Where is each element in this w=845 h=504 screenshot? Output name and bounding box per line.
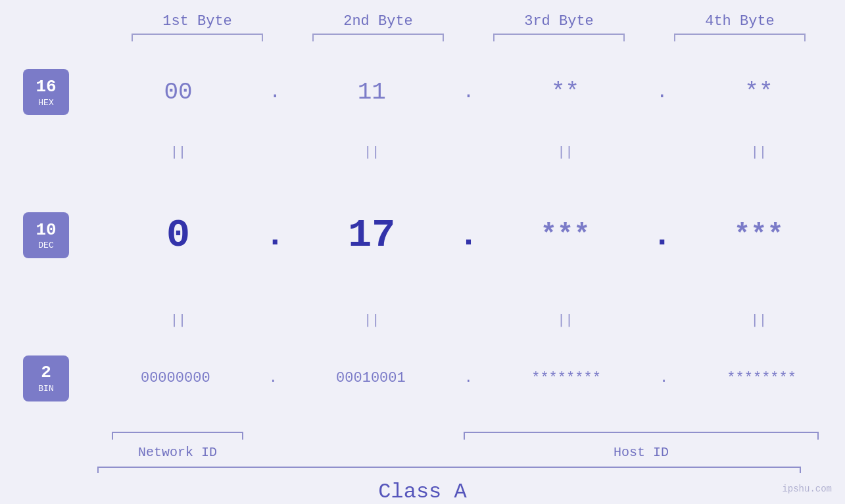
byte-label-1: 1st Byte bbox=[125, 13, 270, 30]
bin-sep-3: . bbox=[651, 370, 677, 386]
equals-2-1: || bbox=[116, 311, 241, 327]
host-id-label: Host ID bbox=[614, 445, 669, 460]
equals-2-3: || bbox=[503, 311, 628, 327]
bin-value-3: ******** bbox=[497, 370, 635, 386]
bracket-3 bbox=[493, 34, 625, 41]
dec-badge: 10 DEC bbox=[23, 212, 69, 258]
hex-row: 16 HEX 00 . 11 . ** . ** bbox=[0, 41, 845, 143]
bin-sep-1: . bbox=[260, 370, 286, 386]
dec-row: 10 DEC 0 . 17 . *** . *** bbox=[0, 159, 845, 311]
hex-badge-number: 16 bbox=[36, 77, 56, 97]
bin-sep-2: . bbox=[455, 370, 481, 386]
network-id-label: Network ID bbox=[138, 445, 217, 460]
bin-badge-label: BIN bbox=[38, 384, 53, 394]
dec-value-3: *** bbox=[503, 219, 628, 251]
dec-badge-number: 10 bbox=[36, 220, 56, 241]
class-section: Class A bbox=[0, 467, 845, 504]
hex-badge: 16 HEX bbox=[23, 69, 69, 115]
hex-sep-3: . bbox=[649, 81, 675, 103]
hex-value-4: ** bbox=[696, 79, 821, 106]
dec-sep-2: . bbox=[455, 217, 481, 254]
equals-1-4: || bbox=[696, 143, 821, 159]
network-id-section: Network ID bbox=[102, 432, 253, 460]
bracket-2 bbox=[312, 34, 444, 41]
dec-value-1: 0 bbox=[116, 213, 241, 258]
id-labels-section: Network ID Host ID bbox=[0, 432, 845, 460]
bin-badge-number: 2 bbox=[41, 363, 51, 383]
main-container: 1st Byte 2nd Byte 3rd Byte 4th Byte 16 H… bbox=[0, 0, 845, 504]
byte-labels-row: 1st Byte 2nd Byte 3rd Byte 4th Byte bbox=[107, 13, 831, 30]
equals-1-3: || bbox=[503, 143, 628, 159]
equals-1-2: || bbox=[309, 143, 434, 159]
byte-brackets-row bbox=[107, 34, 831, 41]
watermark: ipshu.com bbox=[782, 484, 832, 494]
dec-badge-label: DEC bbox=[38, 241, 53, 250]
bin-value-1: 00000000 bbox=[107, 370, 245, 386]
host-id-bracket bbox=[464, 432, 819, 440]
equals-1-1: || bbox=[116, 143, 241, 159]
network-id-bracket bbox=[112, 432, 243, 440]
dec-sep-3: . bbox=[649, 217, 675, 254]
byte-label-3: 3rd Byte bbox=[487, 13, 631, 30]
equals-2-2: || bbox=[309, 311, 434, 327]
bracket-4 bbox=[674, 34, 806, 41]
dec-value-4: *** bbox=[696, 219, 821, 251]
class-bracket bbox=[97, 467, 801, 473]
class-label: Class A bbox=[378, 480, 466, 504]
hex-sep-1: . bbox=[262, 81, 288, 103]
host-id-section: Host ID bbox=[450, 432, 832, 460]
bracket-1 bbox=[132, 34, 263, 41]
hex-badge-label: HEX bbox=[38, 98, 53, 108]
dec-value-2: 17 bbox=[309, 213, 434, 258]
bin-badge: 2 BIN bbox=[23, 355, 69, 401]
bin-value-2: 00010001 bbox=[302, 370, 440, 386]
bin-value-4: ******** bbox=[692, 370, 831, 386]
hex-value-1: 00 bbox=[116, 79, 241, 106]
hex-value-2: 11 bbox=[309, 79, 434, 106]
hex-value-3: ** bbox=[503, 79, 628, 106]
byte-label-2: 2nd Byte bbox=[306, 13, 450, 30]
bin-row: 2 BIN 00000000 . 00010001 . ******** . * bbox=[0, 327, 845, 429]
dec-sep-1: . bbox=[262, 217, 288, 254]
equals-2-4: || bbox=[696, 311, 821, 327]
equals-row-1: || || || || bbox=[0, 143, 845, 159]
byte-label-4: 4th Byte bbox=[667, 13, 812, 30]
hex-sep-2: . bbox=[455, 81, 481, 103]
equals-row-2: || || || || bbox=[0, 311, 845, 327]
